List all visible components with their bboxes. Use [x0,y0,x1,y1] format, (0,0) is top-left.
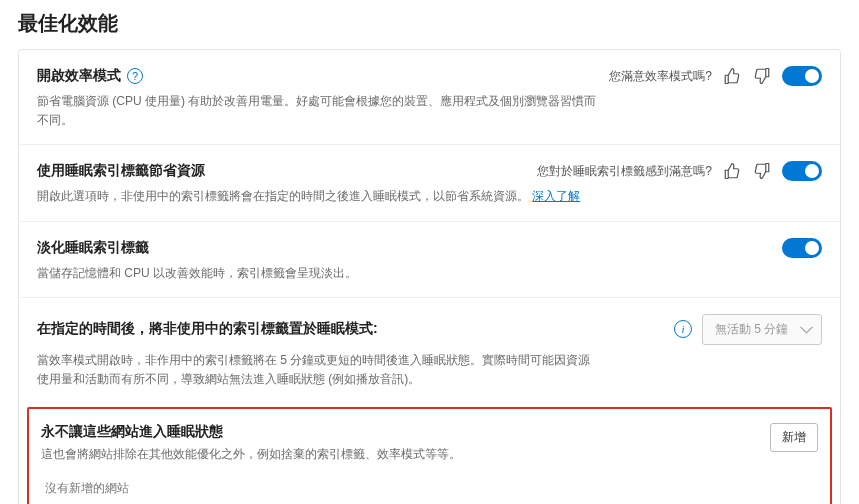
fade-tabs-title: 淡化睡眠索引標籤 [37,239,149,257]
thumbs-down-icon[interactable] [752,161,772,181]
sleep-timeout-desc: 當效率模式開啟時，非作用中的索引標籤將在 5 分鐘或更短的時間後進入睡眠狀態。實… [37,351,597,389]
sleeping-tabs-section: 使用睡眠索引標籤節省資源 您對於睡眠索引標籤感到滿意嗎? 開啟此選項時，非使用中… [19,144,840,220]
efficiency-mode-toggle[interactable] [782,66,822,86]
sleeping-tabs-desc-text: 開啟此選項時，非使用中的索引標籤將會在指定的時間之後進入睡眠模式，以節省系統資源… [37,189,529,203]
thumbs-down-icon[interactable] [752,66,772,86]
settings-card: 開啟效率模式 ? 您滿意效率模式嗎? 節省電腦資源 (CPU 使用量) 有助於改… [18,49,841,504]
fade-tabs-desc: 當儲存記憶體和 CPU 以改善效能時，索引標籤會呈現淡出。 [37,264,597,283]
add-button[interactable]: 新增 [770,423,818,452]
sleeping-tabs-feedback-label: 您對於睡眠索引標籤感到滿意嗎? [537,163,712,180]
never-sleep-section: 永不讓這些網站進入睡眠狀態 這也會將網站排除在其他效能優化之外，例如捨棄的索引標… [27,407,832,504]
fade-tabs-section: 淡化睡眠索引標籤 當儲存記憶體和 CPU 以改善效能時，索引標籤會呈現淡出。 [19,221,840,297]
efficiency-feedback-label: 您滿意效率模式嗎? [609,68,712,85]
info-icon[interactable]: i [674,320,692,338]
sleeping-tabs-title: 使用睡眠索引標籤節省資源 [37,162,205,180]
never-sleep-empty: 沒有新增的網站 [41,468,818,497]
sleep-timeout-section: 在指定的時間後，將非使用中的索引標籤置於睡眠模式: i 無活動 5 分鐘 當效率… [19,297,840,403]
sleep-timeout-title: 在指定的時間後，將非使用中的索引標籤置於睡眠模式: [37,320,378,338]
sleeping-tabs-desc: 開啟此選項時，非使用中的索引標籤將會在指定的時間之後進入睡眠模式，以節省系統資源… [37,187,597,206]
never-sleep-title: 永不讓這些網站進入睡眠狀態 [41,423,461,441]
sleep-timeout-dropdown[interactable]: 無活動 5 分鐘 [702,314,822,345]
thumbs-up-icon[interactable] [722,66,742,86]
page-title: 最佳化效能 [18,10,841,37]
sleep-timeout-value: 無活動 5 分鐘 [715,322,788,336]
efficiency-mode-section: 開啟效率模式 ? 您滿意效率模式嗎? 節省電腦資源 (CPU 使用量) 有助於改… [19,50,840,144]
thumbs-up-icon[interactable] [722,161,742,181]
never-sleep-desc: 這也會將網站排除在其他效能優化之外，例如捨棄的索引標籤、效率模式等等。 [41,445,461,464]
fade-tabs-toggle[interactable] [782,238,822,258]
sleeping-tabs-toggle[interactable] [782,161,822,181]
help-icon[interactable]: ? [127,68,143,84]
learn-more-link[interactable]: 深入了解 [532,189,580,203]
efficiency-mode-title: 開啟效率模式 [37,67,121,85]
efficiency-mode-desc: 節省電腦資源 (CPU 使用量) 有助於改善用電量。好處可能會根據您的裝置、應用… [37,92,597,130]
